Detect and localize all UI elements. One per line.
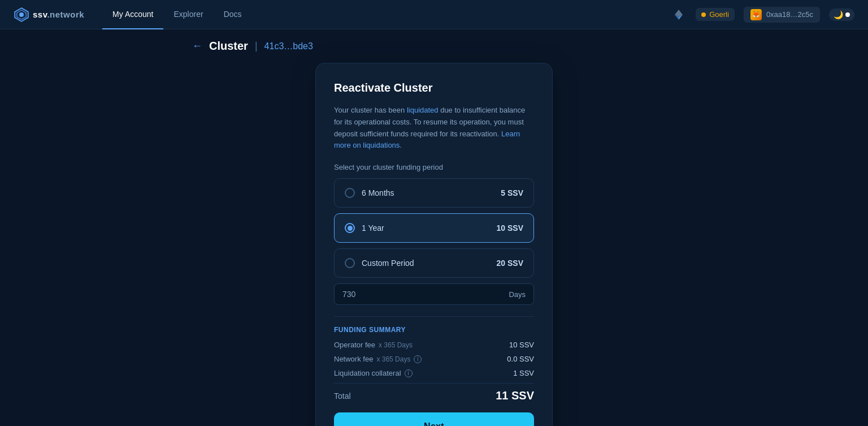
period-left-1year: 1 Year <box>345 223 384 233</box>
radio-custom <box>345 258 355 268</box>
period-left-6months: 6 Months <box>345 188 394 198</box>
period-label-custom: Custom Period <box>362 259 414 268</box>
wallet-address[interactable]: 🦊 0xaa18…2c5c <box>744 7 820 23</box>
network-fee-text: Network fee <box>334 355 373 363</box>
breadcrumb-bar: ← Cluster | 41c3…bde3 <box>0 29 868 63</box>
radio-1year <box>345 223 355 233</box>
next-button[interactable]: Next <box>334 412 534 426</box>
breadcrumb-title: Cluster <box>209 40 248 53</box>
summary-row-network-fee: Network fee x 365 Days i 0.0 SSV <box>334 355 534 363</box>
nav-docs[interactable]: Docs <box>214 0 252 29</box>
total-row: Total 11 SSV <box>334 383 534 402</box>
liquidation-collateral-label: Liquidation collateral i <box>334 369 413 377</box>
custom-days-input[interactable] <box>342 290 410 299</box>
eth-icon <box>671 7 687 23</box>
breadcrumb-cluster-id: 41c3…bde3 <box>264 41 313 51</box>
liquidation-collateral-text: Liquidation collateral <box>334 369 401 377</box>
liquidated-link[interactable]: liquidated <box>407 106 439 114</box>
liquidation-collateral-value: 1 SSV <box>513 369 534 377</box>
svg-point-2 <box>19 12 24 17</box>
nav-links: My Account Explorer Docs <box>102 0 251 29</box>
summary-row-liquidation-collateral: Liquidation collateral i 1 SSV <box>334 369 534 377</box>
period-section-label: Select your cluster funding period <box>334 163 534 171</box>
navbar-right: Goerli 🦊 0xaa18…2c5c 🌙 <box>671 7 854 23</box>
logo[interactable]: ssv.network <box>14 7 84 23</box>
network-name: Goerli <box>709 10 729 19</box>
total-label: Total <box>334 391 351 401</box>
period-value-custom: 20 SSV <box>497 259 523 268</box>
total-value: 11 SSV <box>496 389 534 402</box>
theme-toggle[interactable]: 🌙 <box>829 8 854 21</box>
radio-inner-1year <box>348 226 353 231</box>
network-fee-value: 0.0 SSV <box>507 355 534 363</box>
operator-fee-label: Operator fee x 365 Days <box>334 341 413 349</box>
nav-explorer[interactable]: Explorer <box>163 0 213 29</box>
network-fee-tag: x 365 Days <box>376 355 410 363</box>
period-label-6months: 6 Months <box>362 188 394 197</box>
period-option-6months[interactable]: 6 Months 5 SSV <box>334 178 534 208</box>
main-content: Reactivate Cluster Your cluster has been… <box>0 63 868 426</box>
period-option-1year[interactable]: 1 Year 10 SSV <box>334 213 534 243</box>
operator-fee-value: 10 SSV <box>509 341 534 349</box>
funding-summary-title: Funding Summary <box>334 326 534 334</box>
summary-row-operator-fee: Operator fee x 365 Days 10 SSV <box>334 341 534 349</box>
network-fee-info-icon[interactable]: i <box>414 355 422 363</box>
wallet-address-text: 0xaa18…2c5c <box>766 10 813 19</box>
period-value-6months: 5 SSV <box>501 188 523 197</box>
moon-icon: 🌙 <box>834 10 843 19</box>
breadcrumb-separator: | <box>255 40 258 52</box>
toggle-dot <box>845 12 850 17</box>
network-status-dot <box>701 12 706 17</box>
funding-summary: Funding Summary Operator fee x 365 Days … <box>334 316 534 402</box>
days-label: Days <box>509 290 526 299</box>
custom-period-input-wrapper: Days <box>334 283 534 305</box>
reactivate-cluster-card: Reactivate Cluster Your cluster has been… <box>315 63 553 426</box>
period-left-custom: Custom Period <box>345 258 414 268</box>
period-label-1year: 1 Year <box>362 223 384 233</box>
operator-fee-text: Operator fee <box>334 341 375 349</box>
logo-icon <box>14 7 29 23</box>
liquidation-collateral-info-icon[interactable]: i <box>405 369 413 377</box>
period-option-custom[interactable]: Custom Period 20 SSV <box>334 248 534 278</box>
desc-text-start: Your cluster has been <box>334 106 407 114</box>
nav-my-account[interactable]: My Account <box>102 0 163 29</box>
wallet-icon: 🦊 <box>750 9 762 20</box>
card-description: Your cluster has been liquidated due to … <box>334 105 534 152</box>
network-badge[interactable]: Goerli <box>696 8 735 21</box>
operator-fee-tag: x 365 Days <box>379 341 413 349</box>
navbar: ssv.network My Account Explorer Docs Goe… <box>0 0 868 29</box>
radio-6months <box>345 188 355 198</box>
back-button[interactable]: ← <box>192 40 202 52</box>
card-title: Reactivate Cluster <box>334 81 534 94</box>
network-fee-label: Network fee x 365 Days i <box>334 355 422 363</box>
period-value-1year: 10 SSV <box>497 223 523 233</box>
logo-text: ssv.network <box>33 10 84 19</box>
